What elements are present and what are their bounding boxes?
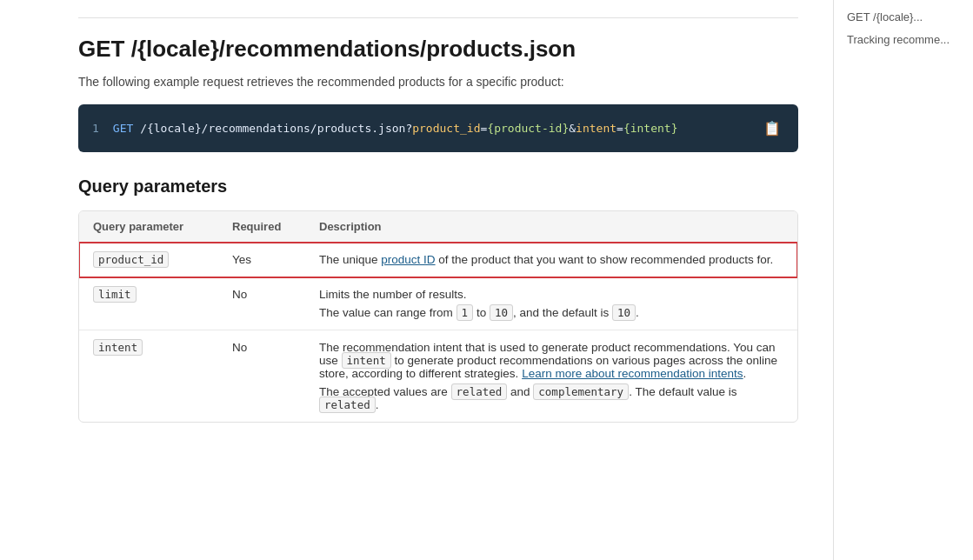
- default-related: related: [319, 397, 376, 413]
- col-header-description: Description: [305, 211, 797, 243]
- param-key-1: product_id: [412, 122, 480, 135]
- col-header-param: Query parameter: [79, 211, 218, 243]
- table-row-limit: limit No Limits the number of results. T…: [79, 277, 797, 330]
- required-intent: No: [218, 330, 305, 422]
- code-block: 1 GET /{locale}/recommendations/products…: [78, 104, 798, 152]
- table-row-intent: intent No The recommendation intent that…: [79, 330, 797, 422]
- code-path: /{locale}/recommendations/products.json?…: [133, 122, 677, 135]
- range-to: 10: [490, 304, 513, 321]
- limit-desc-line1: Limits the number of results.: [319, 288, 783, 301]
- learn-more-link[interactable]: Learn more about recommendation intents: [522, 367, 743, 380]
- intent-accepted-values: The accepted values are related and comp…: [319, 385, 783, 411]
- main-content: GET /{locale}/recommendations/products.j…: [0, 0, 834, 560]
- required-limit: No: [218, 277, 305, 330]
- param-code-product-id: product_id: [93, 251, 169, 268]
- desc-limit: Limits the number of results. The value …: [305, 277, 797, 330]
- intent-desc-block: The recommendation intent that is used t…: [319, 341, 783, 380]
- query-params-title: Query parameters: [78, 177, 798, 197]
- top-divider: [78, 17, 798, 18]
- params-table: Query parameter Required Description pro…: [78, 210, 798, 423]
- param-name-product-id: product_id: [79, 243, 218, 277]
- intent-inline-code: intent: [342, 352, 391, 369]
- table-header-row: Query parameter Required Description: [79, 211, 797, 243]
- param-key-2: intent: [576, 122, 616, 135]
- product-id-link[interactable]: product ID: [381, 253, 435, 266]
- range-from: 1: [457, 304, 474, 321]
- val-complementary: complementary: [533, 383, 629, 400]
- limit-default: 10: [612, 304, 636, 321]
- param-val-2: {intent}: [623, 122, 678, 135]
- page-title: GET /{locale}/recommendations/products.j…: [78, 36, 798, 63]
- param-val-1: {product-id}: [487, 122, 569, 135]
- description: The following example request retrieves …: [78, 75, 798, 89]
- code-method: GET: [113, 122, 133, 135]
- limit-desc-line2: The value can range from 1 to 10, and th…: [319, 306, 783, 319]
- param-name-intent: intent: [79, 330, 218, 422]
- desc-product-id: The unique product ID of the product tha…: [305, 243, 797, 277]
- code-line-number: 1: [92, 122, 99, 135]
- sidebar-item-tracking[interactable]: Tracking recomme...: [847, 31, 960, 49]
- val-related: related: [451, 383, 508, 400]
- param-code-intent: intent: [93, 339, 143, 356]
- desc-intent: The recommendation intent that is used t…: [305, 330, 797, 422]
- code-content: GET /{locale}/recommendations/products.j…: [113, 122, 760, 135]
- sidebar: GET /{locale}... Tracking recomme...: [834, 0, 973, 560]
- sidebar-item-get[interactable]: GET /{locale}...: [847, 9, 960, 26]
- copy-icon[interactable]: 📋: [760, 117, 784, 140]
- table-row-product-id: product_id Yes The unique product ID of …: [79, 243, 797, 277]
- param-name-limit: limit: [79, 277, 218, 330]
- required-product-id: Yes: [218, 243, 305, 277]
- col-header-required: Required: [218, 211, 305, 243]
- param-code-limit: limit: [93, 286, 137, 303]
